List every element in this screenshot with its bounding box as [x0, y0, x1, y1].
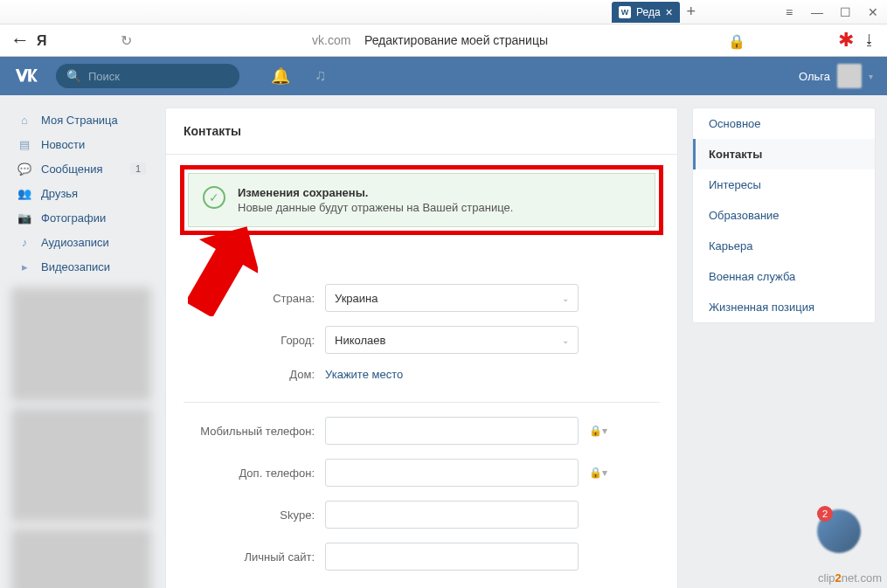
- form-row-skype: Skype:: [184, 501, 660, 529]
- camera-icon: 📷: [17, 210, 32, 225]
- mobile-input[interactable]: [325, 417, 579, 445]
- chevron-down-icon: ⌄: [562, 336, 569, 345]
- form-row-home: Дом: Укажите место: [184, 368, 660, 381]
- country-value: Украина: [335, 292, 378, 305]
- address-domain: vk.com: [312, 33, 350, 47]
- vk-logo-icon[interactable]: [14, 69, 42, 83]
- check-circle-icon: ✓: [203, 186, 225, 209]
- extension-icon[interactable]: ✱: [838, 29, 854, 52]
- avatar: [837, 64, 862, 88]
- alert-title: Изменения сохранены.: [238, 186, 513, 199]
- download-icon[interactable]: ⭳: [863, 32, 877, 48]
- minimize-icon[interactable]: —: [803, 2, 831, 23]
- skype-input[interactable]: [325, 501, 579, 529]
- sidebar-item-label: Фотографии: [41, 211, 106, 225]
- friends-icon: 👥: [17, 185, 32, 201]
- form-row-mobile: Мобильный телефон: 🔒▾: [184, 417, 660, 445]
- close-tab-icon[interactable]: ×: [666, 5, 673, 19]
- sidebar-item-audio[interactable]: ♪ Аудиозаписи: [11, 230, 151, 254]
- search-icon: 🔍: [66, 69, 81, 83]
- tab-title: Реда: [636, 6, 661, 18]
- address-title: Редактирование моей страницы: [364, 33, 548, 47]
- messages-badge: 1: [130, 163, 146, 175]
- tab-strip: W Реда × + ≡ — ☐ ✕: [0, 0, 887, 24]
- settings-nav-main[interactable]: Основное: [693, 108, 875, 139]
- sidebar-item-label: Друзья: [41, 187, 78, 200]
- sidebar-item-friends[interactable]: 👥 Друзья: [11, 181, 151, 205]
- page-title: Контакты: [166, 108, 677, 155]
- address-bar-row: ← Я ↻ vk.com Редактирование моей страниц…: [0, 24, 887, 56]
- new-tab-button[interactable]: +: [680, 2, 703, 23]
- settings-nav-life[interactable]: Жизненная позиция: [693, 292, 875, 322]
- extra-phone-input[interactable]: [325, 459, 579, 487]
- sidebar-item-news[interactable]: ▤ Новости: [11, 132, 151, 156]
- lock-icon[interactable]: 🔒: [728, 33, 742, 47]
- sidebar-item-photos[interactable]: 📷 Фотографии: [11, 205, 151, 230]
- browser-chrome: W Реда × + ≡ — ☐ ✕ ← Я ↻ vk.com Редактир…: [0, 0, 887, 57]
- user-menu[interactable]: Ольга ▾: [799, 64, 873, 88]
- sidebar-item-my-page[interactable]: ⌂ Моя Страница: [11, 107, 151, 132]
- privacy-toggle[interactable]: 🔒▾: [589, 425, 607, 437]
- sidebar-widget: [11, 529, 151, 588]
- notifications-icon[interactable]: 🔔: [271, 66, 290, 86]
- sidebar-item-label: Сообщения: [41, 163, 103, 176]
- chevron-down-icon: ⌄: [562, 294, 569, 303]
- search-input[interactable]: [88, 70, 235, 83]
- address-bar[interactable]: vk.com Редактирование моей страницы: [141, 33, 719, 47]
- site-label: Личный сайт:: [184, 550, 315, 564]
- chevron-down-icon: ▾: [869, 72, 873, 81]
- watermark: clip2net.com: [818, 571, 882, 585]
- svg-marker-0: [188, 220, 258, 316]
- close-window-icon[interactable]: ✕: [859, 2, 887, 23]
- yandex-icon[interactable]: Я: [37, 33, 51, 47]
- sidebar-item-messages[interactable]: 💬 Сообщения 1: [11, 156, 151, 181]
- city-select[interactable]: Николаев ⌄: [325, 326, 579, 354]
- search-box[interactable]: 🔍: [56, 64, 239, 88]
- site-input[interactable]: [325, 543, 579, 571]
- sidebar-widget: [11, 408, 151, 522]
- alert-text: Новые данные будут отражены на Вашей стр…: [238, 201, 513, 214]
- left-sidebar: ⌂ Моя Страница ▤ Новости 💬 Сообщения 1 👥…: [11, 107, 151, 588]
- home-label: Дом:: [184, 368, 315, 381]
- sidebar-item-video[interactable]: ▸ Видеозаписи: [11, 254, 151, 279]
- chat-badge: 2: [817, 506, 833, 522]
- messages-icon: 💬: [17, 161, 32, 176]
- annotation-arrow-icon: [188, 220, 258, 316]
- divider: [184, 402, 660, 403]
- sidebar-item-label: Моя Страница: [41, 114, 118, 127]
- form-row-city: Город: Николаев ⌄: [184, 326, 660, 354]
- back-icon[interactable]: ←: [10, 29, 28, 52]
- browser-tab[interactable]: W Реда ×: [612, 2, 680, 23]
- vk-favicon: W: [619, 6, 631, 18]
- form-row-extra-phone: Доп. телефон: 🔒▾: [184, 459, 660, 487]
- sidebar-widget: [11, 287, 151, 401]
- city-value: Николаев: [335, 334, 385, 347]
- success-alert: ✓ Изменения сохранены. Новые данные буду…: [188, 173, 655, 227]
- home-link[interactable]: Укажите место: [325, 368, 403, 381]
- settings-nav-contacts[interactable]: Контакты: [693, 139, 875, 169]
- skype-label: Skype:: [184, 508, 315, 522]
- audio-icon: ♪: [17, 234, 32, 250]
- news-icon: ▤: [17, 136, 32, 152]
- sidebar-item-label: Аудиозаписи: [41, 236, 109, 249]
- maximize-icon[interactable]: ☐: [831, 2, 859, 23]
- video-icon: ▸: [17, 259, 32, 274]
- home-icon: ⌂: [17, 112, 32, 128]
- sidebar-item-label: Новости: [41, 138, 85, 151]
- mobile-label: Мобильный телефон:: [184, 425, 315, 438]
- reload-icon[interactable]: ↻: [121, 32, 132, 49]
- music-icon[interactable]: ♫: [315, 66, 327, 86]
- settings-nav: Основное Контакты Интересы Образование К…: [692, 107, 876, 323]
- menu-icon[interactable]: ≡: [775, 2, 803, 23]
- alert-highlight: ✓ Изменения сохранены. Новые данные буду…: [180, 165, 663, 235]
- settings-nav-military[interactable]: Военная служба: [693, 261, 875, 292]
- user-name: Ольга: [799, 70, 830, 83]
- form-row-site: Личный сайт:: [184, 543, 660, 571]
- country-select[interactable]: Украина ⌄: [325, 284, 579, 312]
- settings-nav-interests[interactable]: Интересы: [693, 169, 875, 200]
- extra-phone-label: Доп. телефон:: [184, 467, 315, 480]
- settings-nav-education[interactable]: Образование: [693, 200, 875, 231]
- settings-nav-career[interactable]: Карьера: [693, 231, 875, 261]
- privacy-toggle[interactable]: 🔒▾: [589, 467, 607, 479]
- vk-header: 🔍 🔔 ♫ Ольга ▾: [0, 57, 887, 95]
